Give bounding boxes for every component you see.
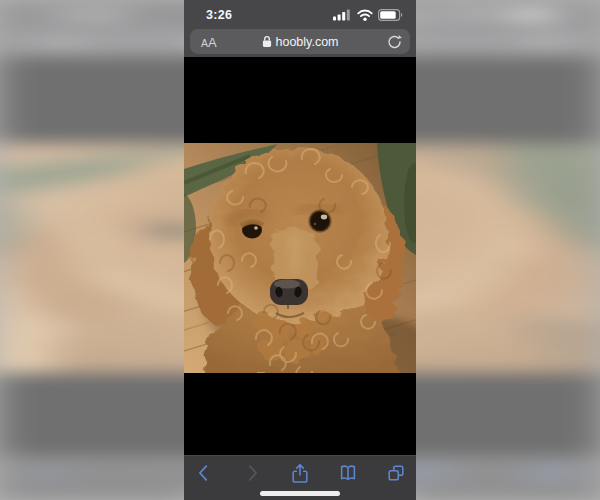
open-book-icon [338,463,358,483]
battery-icon [378,9,403,21]
share-icon [290,463,310,484]
wifi-icon [357,9,373,21]
tabs-button[interactable] [384,461,408,485]
url-display[interactable]: hoobly.com [262,35,339,49]
back-button[interactable] [192,461,216,485]
status-icons [333,9,403,21]
reload-button[interactable] [387,34,402,49]
chevron-left-icon [194,463,214,483]
bottom-toolbar [184,455,416,500]
puppy-photo [184,143,416,373]
reader-text-size-button[interactable]: AA [201,35,217,48]
chevron-right-icon [242,463,262,483]
screenshot-stage: 3:26 [0,0,600,500]
safari-window: 3:26 [184,0,416,500]
status-bar: 3:26 [184,3,416,27]
browser-chrome: 3:26 [184,0,416,57]
address-bar[interactable]: AA hoobly.com [190,29,410,54]
share-button[interactable] [288,461,312,485]
address-bar-row: AA hoobly.com [184,29,416,54]
reload-icon [387,34,402,49]
home-indicator[interactable] [260,491,340,496]
forward-button[interactable] [240,461,264,485]
url-text: hoobly.com [276,35,339,49]
padlock-icon [262,35,272,48]
bookmarks-button[interactable] [336,461,360,485]
stacked-squares-icon [386,463,406,483]
iphone-screenshot: 3:26 [184,0,416,500]
cellular-signal-icon [333,9,352,21]
page-content [184,57,416,455]
status-time: 3:26 [206,8,232,22]
